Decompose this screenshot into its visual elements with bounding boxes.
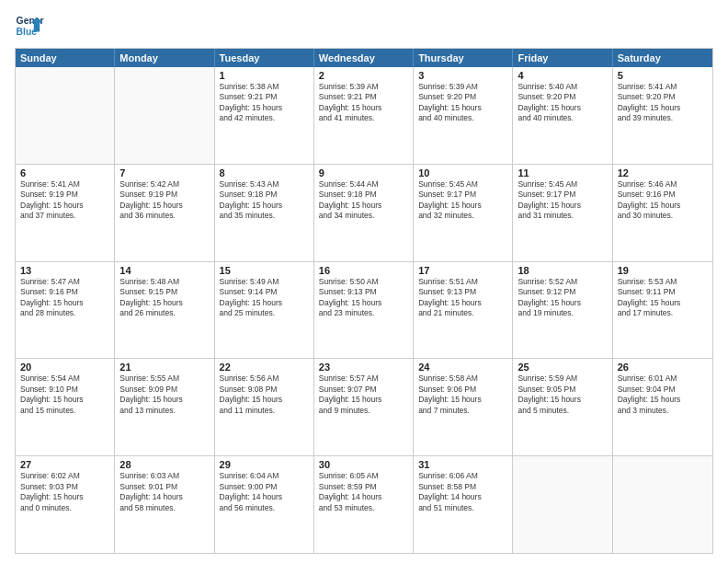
- day-info: Sunrise: 5:57 AM Sunset: 9:07 PM Dayligh…: [319, 373, 408, 416]
- logo-icon: General Blue: [15, 11, 44, 40]
- header-day-friday: Friday: [513, 49, 612, 67]
- calendar-cell-empty: [613, 456, 712, 553]
- day-number: 11: [518, 167, 607, 178]
- day-info: Sunrise: 5:55 AM Sunset: 9:09 PM Dayligh…: [119, 373, 209, 416]
- calendar-cell-1: 1Sunrise: 5:38 AM Sunset: 9:21 PM Daylig…: [215, 67, 314, 164]
- day-number: 20: [20, 362, 109, 373]
- calendar-row-4: 20Sunrise: 5:54 AM Sunset: 9:10 PM Dayli…: [16, 358, 712, 455]
- day-info: Sunrise: 5:56 AM Sunset: 9:08 PM Dayligh…: [220, 373, 309, 416]
- day-number: 9: [319, 167, 408, 178]
- calendar-cell-11: 11Sunrise: 5:45 AM Sunset: 9:17 PM Dayli…: [513, 165, 612, 261]
- day-number: 15: [220, 265, 309, 276]
- header: General Blue: [15, 11, 713, 40]
- calendar-row-3: 13Sunrise: 5:47 AM Sunset: 9:16 PM Dayli…: [16, 261, 712, 359]
- day-number: 21: [119, 362, 209, 373]
- day-info: Sunrise: 5:58 AM Sunset: 9:06 PM Dayligh…: [418, 373, 507, 416]
- header-day-wednesday: Wednesday: [314, 49, 414, 67]
- header-day-tuesday: Tuesday: [215, 49, 314, 67]
- day-number: 25: [518, 362, 607, 373]
- calendar-cell-14: 14Sunrise: 5:48 AM Sunset: 9:15 PM Dayli…: [115, 262, 214, 359]
- calendar-cell-16: 16Sunrise: 5:50 AM Sunset: 9:13 PM Dayli…: [314, 262, 414, 359]
- day-number: 17: [418, 265, 507, 276]
- day-info: Sunrise: 5:41 AM Sunset: 9:19 PM Dayligh…: [20, 179, 109, 222]
- calendar-row-5: 27Sunrise: 6:02 AM Sunset: 9:03 PM Dayli…: [16, 455, 712, 553]
- day-info: Sunrise: 5:41 AM Sunset: 9:20 PM Dayligh…: [618, 82, 708, 124]
- calendar-header: SundayMondayTuesdayWednesdayThursdayFrid…: [16, 49, 712, 67]
- day-number: 10: [418, 167, 507, 178]
- calendar-cell-26: 26Sunrise: 6:01 AM Sunset: 9:04 PM Dayli…: [613, 359, 712, 455]
- calendar-cell-15: 15Sunrise: 5:49 AM Sunset: 9:14 PM Dayli…: [215, 262, 314, 359]
- calendar-cell-12: 12Sunrise: 5:46 AM Sunset: 9:16 PM Dayli…: [613, 165, 712, 261]
- day-number: 1: [220, 70, 309, 81]
- day-info: Sunrise: 6:05 AM Sunset: 8:59 PM Dayligh…: [319, 471, 408, 513]
- day-info: Sunrise: 5:50 AM Sunset: 9:13 PM Dayligh…: [319, 277, 408, 319]
- calendar-cell-5: 5Sunrise: 5:41 AM Sunset: 9:20 PM Daylig…: [613, 67, 712, 164]
- day-info: Sunrise: 5:45 AM Sunset: 9:17 PM Dayligh…: [518, 179, 607, 222]
- calendar-row-1: 1Sunrise: 5:38 AM Sunset: 9:21 PM Daylig…: [16, 67, 712, 164]
- calendar-body: 1Sunrise: 5:38 AM Sunset: 9:21 PM Daylig…: [16, 67, 712, 553]
- calendar-cell-empty: [16, 67, 115, 164]
- day-number: 8: [220, 167, 309, 178]
- day-info: Sunrise: 5:40 AM Sunset: 9:20 PM Dayligh…: [518, 82, 607, 124]
- day-number: 4: [518, 70, 607, 81]
- calendar-cell-7: 7Sunrise: 5:42 AM Sunset: 9:19 PM Daylig…: [115, 165, 214, 261]
- day-info: Sunrise: 6:06 AM Sunset: 8:58 PM Dayligh…: [418, 471, 507, 513]
- header-day-thursday: Thursday: [414, 49, 513, 67]
- day-number: 29: [220, 459, 309, 470]
- calendar-cell-4: 4Sunrise: 5:40 AM Sunset: 9:20 PM Daylig…: [513, 67, 612, 164]
- day-number: 13: [20, 265, 109, 276]
- day-info: Sunrise: 6:04 AM Sunset: 9:00 PM Dayligh…: [220, 471, 309, 513]
- day-info: Sunrise: 5:54 AM Sunset: 9:10 PM Dayligh…: [20, 373, 109, 416]
- calendar-cell-8: 8Sunrise: 5:43 AM Sunset: 9:18 PM Daylig…: [215, 165, 314, 261]
- calendar-cell-31: 31Sunrise: 6:06 AM Sunset: 8:58 PM Dayli…: [414, 456, 513, 553]
- calendar-row-2: 6Sunrise: 5:41 AM Sunset: 9:19 PM Daylig…: [16, 164, 712, 261]
- day-number: 14: [119, 265, 209, 276]
- calendar-cell-2: 2Sunrise: 5:39 AM Sunset: 9:21 PM Daylig…: [314, 67, 414, 164]
- calendar-cell-21: 21Sunrise: 5:55 AM Sunset: 9:09 PM Dayli…: [115, 359, 214, 455]
- calendar-cell-30: 30Sunrise: 6:05 AM Sunset: 8:59 PM Dayli…: [314, 456, 414, 553]
- logo: General Blue: [15, 11, 44, 40]
- day-info: Sunrise: 5:48 AM Sunset: 9:15 PM Dayligh…: [119, 277, 209, 319]
- day-info: Sunrise: 5:39 AM Sunset: 9:21 PM Dayligh…: [319, 82, 408, 124]
- calendar-cell-empty: [513, 456, 612, 553]
- day-info: Sunrise: 6:03 AM Sunset: 9:01 PM Dayligh…: [119, 471, 209, 513]
- day-info: Sunrise: 5:39 AM Sunset: 9:20 PM Dayligh…: [418, 82, 507, 124]
- day-info: Sunrise: 5:43 AM Sunset: 9:18 PM Dayligh…: [220, 179, 309, 222]
- day-number: 7: [119, 167, 209, 178]
- calendar-cell-6: 6Sunrise: 5:41 AM Sunset: 9:19 PM Daylig…: [16, 165, 115, 261]
- calendar-cell-3: 3Sunrise: 5:39 AM Sunset: 9:20 PM Daylig…: [414, 67, 513, 164]
- day-info: Sunrise: 5:49 AM Sunset: 9:14 PM Dayligh…: [220, 277, 309, 319]
- day-number: 30: [319, 459, 408, 470]
- day-number: 22: [220, 362, 309, 373]
- header-day-monday: Monday: [115, 49, 214, 67]
- day-info: Sunrise: 5:46 AM Sunset: 9:16 PM Dayligh…: [618, 179, 708, 222]
- day-number: 12: [618, 167, 708, 178]
- calendar-cell-19: 19Sunrise: 5:53 AM Sunset: 9:11 PM Dayli…: [613, 262, 712, 359]
- day-info: Sunrise: 6:02 AM Sunset: 9:03 PM Dayligh…: [20, 471, 109, 513]
- day-number: 6: [20, 167, 109, 178]
- calendar-cell-25: 25Sunrise: 5:59 AM Sunset: 9:05 PM Dayli…: [513, 359, 612, 455]
- day-number: 28: [119, 459, 209, 470]
- day-info: Sunrise: 5:53 AM Sunset: 9:11 PM Dayligh…: [618, 277, 708, 319]
- calendar: SundayMondayTuesdayWednesdayThursdayFrid…: [15, 48, 713, 554]
- calendar-cell-empty: [115, 67, 214, 164]
- day-info: Sunrise: 5:52 AM Sunset: 9:12 PM Dayligh…: [518, 277, 607, 319]
- calendar-cell-28: 28Sunrise: 6:03 AM Sunset: 9:01 PM Dayli…: [115, 456, 214, 553]
- day-info: Sunrise: 5:38 AM Sunset: 9:21 PM Dayligh…: [220, 82, 309, 124]
- day-number: 27: [20, 459, 109, 470]
- calendar-cell-23: 23Sunrise: 5:57 AM Sunset: 9:07 PM Dayli…: [314, 359, 414, 455]
- day-number: 26: [618, 362, 708, 373]
- day-info: Sunrise: 5:44 AM Sunset: 9:18 PM Dayligh…: [319, 179, 408, 222]
- day-number: 2: [319, 70, 408, 81]
- calendar-cell-9: 9Sunrise: 5:44 AM Sunset: 9:18 PM Daylig…: [314, 165, 414, 261]
- calendar-cell-27: 27Sunrise: 6:02 AM Sunset: 9:03 PM Dayli…: [16, 456, 115, 553]
- day-number: 23: [319, 362, 408, 373]
- day-info: Sunrise: 5:45 AM Sunset: 9:17 PM Dayligh…: [418, 179, 507, 222]
- calendar-cell-18: 18Sunrise: 5:52 AM Sunset: 9:12 PM Dayli…: [513, 262, 612, 359]
- calendar-cell-13: 13Sunrise: 5:47 AM Sunset: 9:16 PM Dayli…: [16, 262, 115, 359]
- calendar-cell-24: 24Sunrise: 5:58 AM Sunset: 9:06 PM Dayli…: [414, 359, 513, 455]
- day-number: 16: [319, 265, 408, 276]
- calendar-cell-17: 17Sunrise: 5:51 AM Sunset: 9:13 PM Dayli…: [414, 262, 513, 359]
- day-info: Sunrise: 5:59 AM Sunset: 9:05 PM Dayligh…: [518, 373, 607, 416]
- day-number: 3: [418, 70, 507, 81]
